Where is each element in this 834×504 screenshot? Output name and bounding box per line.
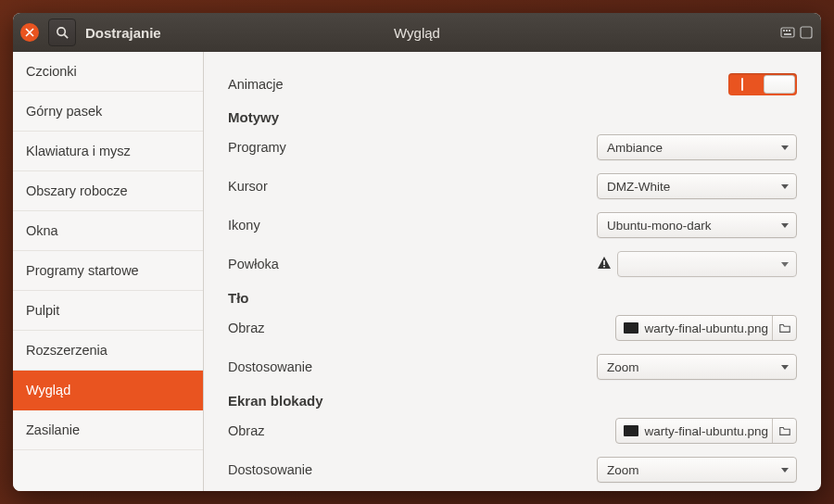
sidebar-item[interactable]: Wygląd: [13, 371, 203, 410]
shell-combo[interactable]: [617, 251, 797, 277]
search-button[interactable]: [48, 19, 76, 46]
icons-label: Ikony: [228, 218, 597, 233]
chevron-down-icon: [781, 365, 789, 370]
sidebar: CzcionkiGórny pasekKlawiatura i myszObsz…: [13, 52, 204, 491]
bg-image-chooser[interactable]: warty-final-ubuntu.png: [615, 315, 797, 341]
svg-point-0: [57, 27, 64, 34]
icons-combo[interactable]: Ubuntu-mono-dark: [597, 212, 797, 238]
lock-image-chooser[interactable]: warty-final-ubuntu.png: [615, 418, 797, 444]
app-title: Dostrajanie: [85, 25, 161, 41]
file-open-icon: [772, 316, 796, 340]
svg-line-1: [64, 34, 68, 38]
svg-rect-9: [603, 266, 605, 268]
svg-rect-6: [784, 33, 791, 35]
programs-combo[interactable]: Ambiance: [597, 134, 797, 160]
file-open-icon: [772, 419, 796, 443]
sidebar-item[interactable]: Okna: [13, 211, 203, 251]
shell-warning-icon: [597, 256, 612, 273]
chevron-down-icon: [781, 223, 789, 228]
svg-rect-2: [781, 28, 794, 37]
chevron-down-icon: [781, 468, 789, 472]
animations-label: Animacje: [228, 77, 728, 92]
cursor-label: Kursor: [228, 179, 597, 194]
sidebar-item[interactable]: Programy startowe: [13, 251, 203, 291]
bg-image-label: Obraz: [228, 321, 597, 335]
search-icon: [56, 26, 70, 40]
animations-switch[interactable]: [728, 73, 797, 95]
sidebar-item[interactable]: Pulpit: [13, 291, 203, 331]
image-thumbnail-icon: [624, 322, 638, 334]
sidebar-item[interactable]: Zasilanie: [13, 410, 203, 450]
image-thumbnail-icon: [624, 425, 638, 436]
close-icon: [25, 28, 34, 37]
window-menu-icon[interactable]: [799, 25, 814, 40]
shell-label: Powłoka: [228, 257, 597, 271]
cursor-combo[interactable]: DMZ-White: [597, 173, 797, 199]
chevron-down-icon: [781, 262, 789, 267]
sidebar-item[interactable]: Klawiatura i mysz: [13, 132, 203, 171]
keyboard-indicator-icon[interactable]: [780, 25, 795, 40]
svg-rect-4: [786, 30, 788, 32]
lock-fit-combo[interactable]: Zoom: [597, 457, 797, 483]
chevron-down-icon: [781, 145, 789, 150]
svg-rect-5: [789, 30, 790, 32]
bg-fit-combo[interactable]: Zoom: [597, 354, 797, 380]
section-lock: Ekran blokady: [228, 393, 797, 409]
content-area: Animacje Motywy Programy Ambiance Kursor: [204, 52, 821, 491]
section-themes: Motywy: [228, 109, 797, 125]
svg-rect-8: [603, 260, 605, 265]
sidebar-item[interactable]: Obszary robocze: [13, 171, 203, 211]
bg-fit-label: Dostosowanie: [228, 359, 597, 374]
svg-rect-3: [783, 30, 785, 32]
chevron-down-icon: [781, 184, 789, 189]
sidebar-item[interactable]: Rozszerzenia: [13, 331, 203, 371]
tweaks-window: Dostrajanie Wygląd CzcionkiGórny pasekKl…: [13, 13, 821, 491]
section-background: Tło: [228, 290, 797, 306]
window-close-button[interactable]: [20, 23, 39, 42]
sidebar-item[interactable]: Czcionki: [13, 52, 203, 92]
svg-rect-7: [801, 27, 812, 38]
titlebar: Dostrajanie Wygląd: [13, 13, 821, 52]
programs-label: Programy: [228, 140, 597, 155]
lock-fit-label: Dostosowanie: [228, 462, 597, 477]
lock-image-label: Obraz: [228, 423, 597, 438]
sidebar-item[interactable]: Górny pasek: [13, 92, 203, 132]
